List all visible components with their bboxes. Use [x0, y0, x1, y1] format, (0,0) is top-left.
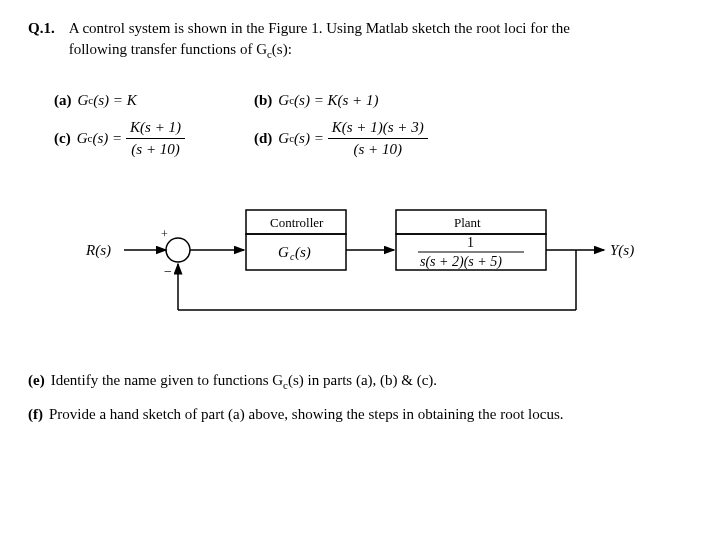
- question-number: Q.1.: [28, 18, 55, 62]
- question-text: A control system is shown in the Figure …: [69, 18, 684, 62]
- svg-point-1: [166, 238, 190, 262]
- plant-label: Plant: [454, 215, 481, 230]
- block-diagram: R(s) + − Controller G c (s) Plant 1 s(s …: [76, 200, 636, 330]
- part-e-label: (e): [28, 370, 45, 393]
- controller-tf: G: [278, 244, 289, 260]
- part-d-arg: (s) =: [294, 128, 324, 149]
- qtext-line1: A control system is shown in the Figure …: [69, 20, 570, 36]
- part-f-label: (f): [28, 404, 43, 425]
- part-c-label: (c): [54, 128, 71, 149]
- part-d-den: (s + 10): [350, 139, 406, 160]
- output-label: Y(s): [610, 242, 634, 259]
- part-d-frac: K(s + 1)(s + 3) (s + 10): [328, 117, 428, 160]
- part-b: (b) Gc(s) = K(s + 1): [254, 90, 514, 111]
- part-c-frac: K(s + 1) (s + 10): [126, 117, 185, 160]
- part-f-text: Provide a hand sketch of part (a) above,…: [49, 404, 563, 425]
- part-f: (f) Provide a hand sketch of part (a) ab…: [28, 404, 684, 425]
- part-b-arg: (s) = K(s + 1): [294, 90, 378, 111]
- part-e: (e) Identify the name given to functions…: [28, 370, 684, 393]
- part-c-num: K(s + 1): [126, 117, 185, 139]
- part-c-arg: (s) =: [92, 128, 122, 149]
- diagram-svg: R(s) + − Controller G c (s) Plant 1 s(s …: [76, 200, 636, 330]
- part-a: (a) Gc(s) = K: [54, 90, 254, 111]
- part-e-text: Identify the name given to functions Gc(…: [51, 370, 437, 393]
- part-d: (d) Gc(s) = K(s + 1)(s + 3) (s + 10): [254, 117, 514, 160]
- part-a-lhs: G: [78, 90, 89, 111]
- part-a-label: (a): [54, 90, 72, 111]
- part-b-label: (b): [254, 90, 272, 111]
- part-d-lhs: G: [278, 128, 289, 149]
- plus-sign: +: [161, 227, 168, 241]
- qtext-line2end: (s):: [272, 41, 292, 57]
- part-c: (c) Gc(s) = K(s + 1) (s + 10): [54, 117, 254, 160]
- parts-grid: (a) Gc(s) = K (b) Gc(s) = K(s + 1) (c) G…: [54, 90, 684, 160]
- part-a-arg: (s) = K: [93, 90, 136, 111]
- part-b-lhs: G: [278, 90, 289, 111]
- controller-label: Controller: [270, 215, 324, 230]
- qtext-line2: following transfer functions of G: [69, 41, 267, 57]
- footer-parts: (e) Identify the name given to functions…: [28, 370, 684, 424]
- plant-num: 1: [467, 235, 474, 250]
- part-c-den: (s + 10): [127, 139, 183, 160]
- plant-den: s(s + 2)(s + 5): [420, 254, 502, 270]
- input-label: R(s): [85, 242, 111, 259]
- question-header: Q.1. A control system is shown in the Fi…: [28, 18, 684, 62]
- svg-text:(s): (s): [295, 244, 311, 261]
- part-d-label: (d): [254, 128, 272, 149]
- minus-sign: −: [164, 264, 172, 279]
- part-c-lhs: G: [77, 128, 88, 149]
- part-d-num: K(s + 1)(s + 3): [328, 117, 428, 139]
